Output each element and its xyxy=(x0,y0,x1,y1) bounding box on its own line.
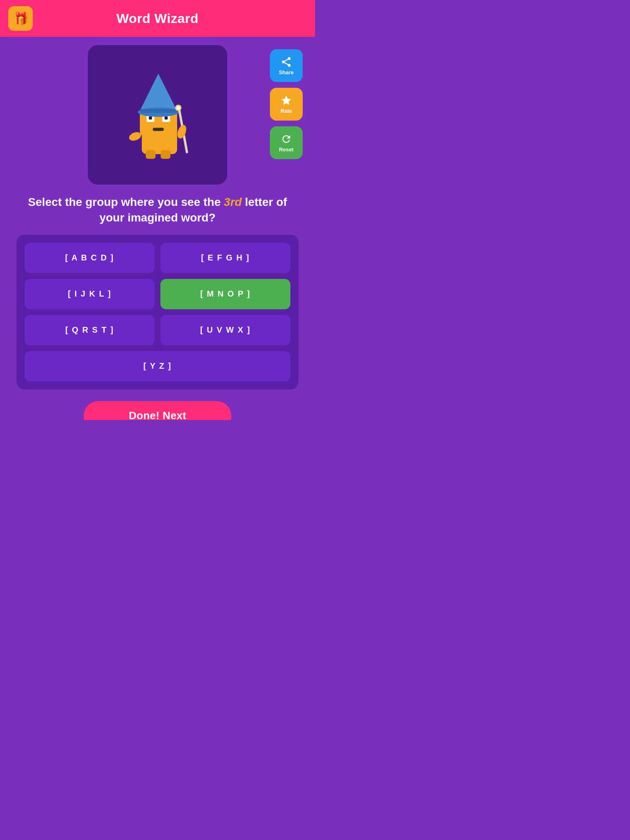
reset-button[interactable]: Reset xyxy=(270,126,303,159)
share-label: Share xyxy=(279,69,294,75)
gift-icon: 🎁 xyxy=(13,11,28,26)
wizard-character xyxy=(116,70,199,160)
svg-line-20 xyxy=(285,62,288,64)
done-next-button[interactable]: Done! Next xyxy=(84,401,231,420)
wizard-area: Share Rate Reset xyxy=(12,45,303,185)
group-yz[interactable]: [ Y Z ] xyxy=(25,351,290,381)
question-text: Select the group where you see the 3rd l… xyxy=(21,194,294,226)
main-content: Share Rate Reset Select the group where … xyxy=(0,37,315,420)
side-buttons-container: Share Rate Reset xyxy=(270,49,303,159)
svg-rect-5 xyxy=(164,116,168,120)
group-qrst[interactable]: [ Q R S T ] xyxy=(25,315,155,345)
rate-button[interactable]: Rate xyxy=(270,88,303,121)
svg-point-12 xyxy=(176,106,180,110)
app-header: 🎁 Word Wizard xyxy=(0,0,315,37)
svg-rect-15 xyxy=(146,150,155,159)
question-area: Select the group where you see the 3rd l… xyxy=(12,194,303,226)
share-icon xyxy=(281,56,292,68)
svg-point-14 xyxy=(176,124,188,140)
groups-grid: [ A B C D ] [ E F G H ] [ I J K L ] [ M … xyxy=(25,243,290,381)
svg-point-17 xyxy=(288,57,291,60)
question-highlight: 3rd xyxy=(224,196,242,208)
svg-rect-4 xyxy=(149,116,152,120)
star-icon xyxy=(281,95,292,106)
svg-point-18 xyxy=(282,60,285,63)
svg-point-19 xyxy=(288,64,291,66)
reset-icon xyxy=(281,133,292,145)
svg-rect-6 xyxy=(153,128,164,131)
reset-label: Reset xyxy=(279,146,293,153)
svg-marker-22 xyxy=(281,96,291,105)
letter-groups-container: [ A B C D ] [ E F G H ] [ I J K L ] [ M … xyxy=(16,235,299,390)
group-abcd[interactable]: [ A B C D ] xyxy=(25,243,155,273)
app-title: Word Wizard xyxy=(116,11,199,26)
svg-marker-7 xyxy=(140,74,177,111)
group-ijkl[interactable]: [ I J K L ] xyxy=(25,279,155,309)
share-button[interactable]: Share xyxy=(270,49,303,82)
gift-button[interactable]: 🎁 xyxy=(8,6,33,31)
group-mnop[interactable]: [ M N O P ] xyxy=(160,279,290,309)
wizard-card xyxy=(88,45,227,185)
group-efgh[interactable]: [ E F G H ] xyxy=(160,243,290,273)
svg-line-21 xyxy=(285,59,288,61)
svg-rect-9 xyxy=(140,109,177,113)
rate-label: Rate xyxy=(281,108,292,114)
svg-rect-16 xyxy=(161,150,171,159)
group-uvwx[interactable]: [ U V W X ] xyxy=(160,315,290,345)
question-text-before: Select the group where you see the xyxy=(28,196,224,208)
done-area: Done! Next xyxy=(12,401,303,420)
